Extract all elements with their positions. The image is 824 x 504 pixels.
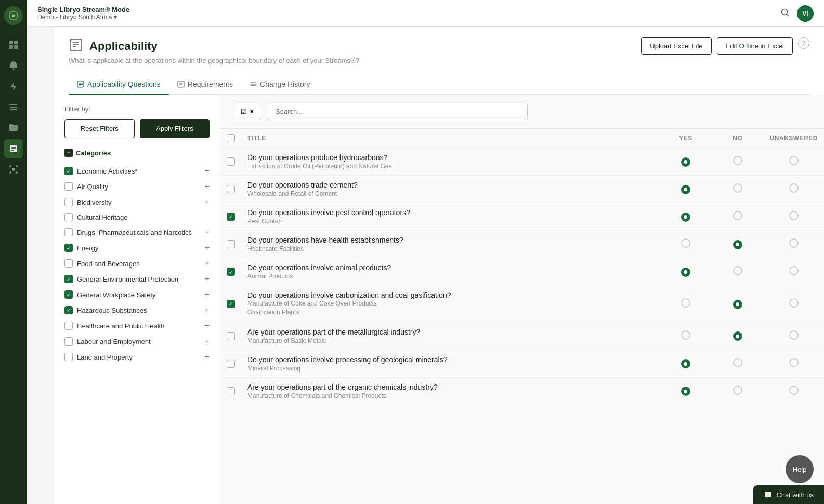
radio-unanswered-4[interactable] [789, 238, 799, 248]
category-expand-hazardous[interactable]: + [205, 306, 210, 315]
category-checkbox-energy[interactable] [64, 244, 73, 252]
category-checkbox-land[interactable] [64, 353, 73, 361]
tab-applicability-questions[interactable]: Applicability Questions [69, 75, 169, 95]
category-expand-labour[interactable]: + [205, 337, 210, 346]
radio-no-5[interactable] [733, 266, 742, 275]
radio-unanswered-8[interactable] [789, 358, 799, 367]
apply-filters-button[interactable]: Apply Filters [140, 119, 210, 138]
radio-unanswered-7[interactable] [789, 330, 799, 340]
radio-yes-7[interactable] [681, 330, 690, 340]
radio-yes-5[interactable] [681, 268, 690, 277]
svg-point-18 [782, 9, 788, 15]
sidebar-item-dashboard[interactable] [4, 35, 23, 54]
sidebar-item-list[interactable] [4, 98, 23, 116]
row-checkbox-1[interactable] [227, 157, 235, 166]
radio-no-4[interactable] [733, 240, 742, 249]
radio-no-2[interactable] [733, 183, 742, 193]
radio-no-6[interactable] [733, 300, 742, 309]
row-checkbox-8[interactable] [227, 360, 235, 368]
radio-no-9[interactable] [733, 386, 742, 395]
category-checkbox-general_work[interactable] [64, 290, 73, 299]
question-subtitle: Extraction of Crude Oil (Petroleum) and … [247, 163, 653, 170]
category-checkbox-drugs[interactable] [64, 228, 73, 236]
category-checkbox-cultural[interactable] [64, 213, 73, 221]
category-expand-general_work[interactable]: + [205, 290, 210, 299]
row-checkbox-4[interactable] [227, 240, 235, 248]
category-expand-general_env[interactable]: + [205, 274, 210, 284]
sidebar-item-notifications[interactable] [4, 56, 23, 75]
table-area: ☑ ▾ TITLE YES NO UNANSWERED [220, 95, 824, 504]
category-expand-land[interactable]: + [205, 352, 210, 362]
categories-collapse-icon[interactable]: − [64, 149, 73, 157]
radio-unanswered-3[interactable] [789, 211, 799, 220]
help-icon[interactable]: ? [798, 37, 809, 49]
radio-yes-9[interactable] [681, 387, 690, 396]
radio-unanswered-9[interactable] [789, 386, 799, 395]
radio-unanswered-6[interactable] [789, 298, 799, 308]
category-list: Economic Activities*+Air Quality+Biodive… [64, 163, 210, 365]
radio-yes-2[interactable] [681, 185, 690, 194]
category-checkbox-labour[interactable] [64, 337, 73, 346]
radio-no-8[interactable] [733, 358, 742, 367]
sidebar-item-folder[interactable] [4, 118, 23, 137]
category-checkbox-economic[interactable] [64, 167, 73, 175]
category-expand-air[interactable]: + [205, 182, 210, 191]
radio-yes-3[interactable] [681, 213, 690, 222]
svg-line-19 [787, 14, 789, 16]
sidebar-item-network[interactable] [4, 160, 23, 179]
search-icon[interactable] [780, 8, 790, 19]
category-checkbox-general_env[interactable] [64, 275, 73, 283]
sidebar-item-lightning[interactable] [4, 77, 23, 96]
upload-excel-button[interactable]: Upload Excel File [641, 37, 711, 55]
category-expand-healthcare[interactable]: + [205, 321, 210, 330]
radio-no-7[interactable] [733, 331, 742, 341]
sidebar-item-applicability[interactable] [4, 139, 23, 158]
tab-requirements[interactable]: Requirements [169, 75, 241, 95]
chat-bar[interactable]: Chat with us [753, 485, 824, 504]
category-expand-biodiversity[interactable]: + [205, 197, 210, 207]
workspace-selector[interactable]: Demo - Libryo South Africa ▾ [37, 14, 129, 21]
category-item: Biodiversity+ [64, 194, 210, 210]
page-subtitle: What is applicable at the operations wit… [69, 57, 809, 64]
search-input[interactable] [268, 103, 528, 120]
category-expand-economic[interactable]: + [205, 166, 210, 176]
radio-yes-1[interactable] [681, 157, 690, 167]
row-checkbox-2[interactable] [227, 185, 235, 193]
category-label-general_work: General Workplace Safety [77, 291, 156, 299]
category-checkbox-healthcare[interactable] [64, 322, 73, 330]
radio-unanswered-5[interactable] [789, 266, 799, 275]
category-expand-food[interactable]: + [205, 259, 210, 268]
radio-no-3[interactable] [733, 211, 742, 220]
row-checkbox-3[interactable] [227, 213, 235, 221]
app-logo[interactable] [4, 6, 23, 25]
radio-yes-6[interactable] [681, 298, 690, 308]
category-checkbox-food[interactable] [64, 259, 73, 268]
radio-unanswered-1[interactable] [789, 156, 799, 165]
help-bubble[interactable]: Help [786, 455, 814, 483]
radio-yes-8[interactable] [681, 359, 690, 368]
user-avatar[interactable]: VI [797, 5, 814, 22]
row-checkbox-9[interactable] [227, 387, 235, 395]
row-checkbox-6[interactable] [227, 300, 235, 308]
row-checkbox-7[interactable] [227, 332, 235, 340]
radio-unanswered-2[interactable] [789, 183, 799, 193]
reset-filters-button[interactable]: Reset Filters [64, 119, 135, 138]
category-label-land: Land and Property [77, 353, 133, 361]
category-label-air: Air Quality [77, 183, 108, 191]
header-yes: YES [660, 129, 712, 148]
radio-yes-4[interactable] [681, 238, 690, 248]
edit-offline-button[interactable]: Edit Offline in Excel [717, 37, 793, 55]
category-checkbox-air[interactable] [64, 182, 73, 191]
category-checkbox-hazardous[interactable] [64, 306, 73, 314]
category-checkbox-biodiversity[interactable] [64, 198, 73, 206]
tab-change-history[interactable]: Change History [241, 75, 319, 95]
select-all-checkbox[interactable] [227, 134, 235, 142]
category-item: Labour and Employment+ [64, 334, 210, 349]
radio-no-1[interactable] [733, 156, 742, 165]
filter-dropdown-button[interactable]: ☑ ▾ [233, 103, 261, 120]
category-expand-energy[interactable]: + [205, 243, 210, 253]
category-expand-drugs[interactable]: + [205, 228, 210, 237]
table-row: Do your operations involve processing of… [220, 350, 824, 377]
category-item: Healthcare and Public Health+ [64, 318, 210, 334]
row-checkbox-5[interactable] [227, 268, 235, 276]
